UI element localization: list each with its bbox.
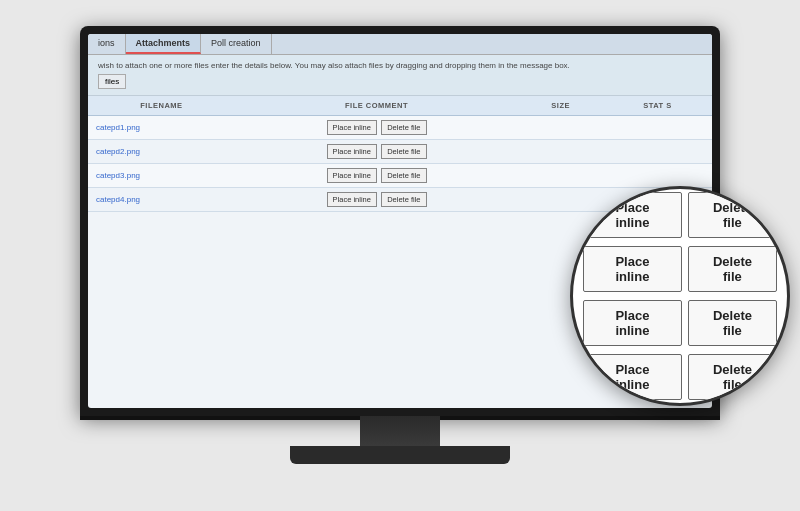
delete-file-button-1[interactable]: Delete file <box>381 120 426 135</box>
tab-options[interactable]: ions <box>88 34 126 54</box>
magnified-row-3: Place inline Delete file <box>583 300 777 346</box>
filename-cell: catepd4.png <box>88 187 235 211</box>
size-cell <box>518 139 603 163</box>
status-cell <box>603 139 712 163</box>
tabs-bar: ions Attachments Poll creation <box>88 34 712 55</box>
monitor-base <box>290 446 510 464</box>
delete-file-button-4[interactable]: Delete file <box>381 192 426 207</box>
action-cell: Place inline Delete file <box>235 115 518 139</box>
monitor-neck <box>360 416 440 446</box>
mag-delete-file-4[interactable]: Delete file <box>688 354 777 400</box>
mag-delete-file-2[interactable]: Delete file <box>688 246 777 292</box>
monitor-screen: ions Attachments Poll creation wish to a… <box>80 26 720 416</box>
table-row: catepd1.png Place inline Delete file <box>88 115 712 139</box>
info-text: wish to attach one or more files enter t… <box>98 61 570 70</box>
browse-button[interactable]: files <box>98 74 126 89</box>
filename-cell: catepd2.png <box>88 139 235 163</box>
action-cell: Place inline Delete file <box>235 187 518 211</box>
tab-poll[interactable]: Poll creation <box>201 34 272 54</box>
place-inline-button-3[interactable]: Place inline <box>327 168 377 183</box>
action-cell: Place inline Delete file <box>235 139 518 163</box>
table-header-row: FILENAME FILE COMMENT SIZE STAT S <box>88 96 712 116</box>
place-inline-button-2[interactable]: Place inline <box>327 144 377 159</box>
table-row: catepd2.png Place inline Delete file <box>88 139 712 163</box>
tab-attachments[interactable]: Attachments <box>126 34 202 54</box>
col-size: SIZE <box>518 96 603 116</box>
place-inline-button-1[interactable]: Place inline <box>327 120 377 135</box>
status-cell <box>603 163 712 187</box>
mag-place-inline-2[interactable]: Place inline <box>583 246 682 292</box>
mag-place-inline-3[interactable]: Place inline <box>583 300 682 346</box>
col-status: STAT S <box>603 96 712 116</box>
filename-cell: catepd1.png <box>88 115 235 139</box>
size-cell <box>518 115 603 139</box>
mag-delete-file-3[interactable]: Delete file <box>688 300 777 346</box>
status-cell <box>603 115 712 139</box>
magnified-row-2: Place inline Delete file <box>583 246 777 292</box>
filename-cell: catepd3.png <box>88 163 235 187</box>
magnified-circle: Place inline Delete file Place inline De… <box>570 186 790 406</box>
place-inline-button-4[interactable]: Place inline <box>327 192 377 207</box>
table-row: catepd3.png Place inline Delete file <box>88 163 712 187</box>
delete-file-button-3[interactable]: Delete file <box>381 168 426 183</box>
info-bar: wish to attach one or more files enter t… <box>88 55 712 96</box>
action-cell: Place inline Delete file <box>235 163 518 187</box>
magnified-buttons: Place inline Delete file Place inline De… <box>573 186 787 406</box>
file-table: FILENAME FILE COMMENT SIZE STAT S catepd… <box>88 96 712 212</box>
col-comment: FILE COMMENT <box>235 96 518 116</box>
mag-delete-file-1[interactable]: Delete file <box>688 192 777 238</box>
size-cell <box>518 163 603 187</box>
size-cell <box>518 187 603 211</box>
delete-file-button-2[interactable]: Delete file <box>381 144 426 159</box>
monitor-wrapper: ions Attachments Poll creation wish to a… <box>50 26 750 486</box>
col-filename: FILENAME <box>88 96 235 116</box>
